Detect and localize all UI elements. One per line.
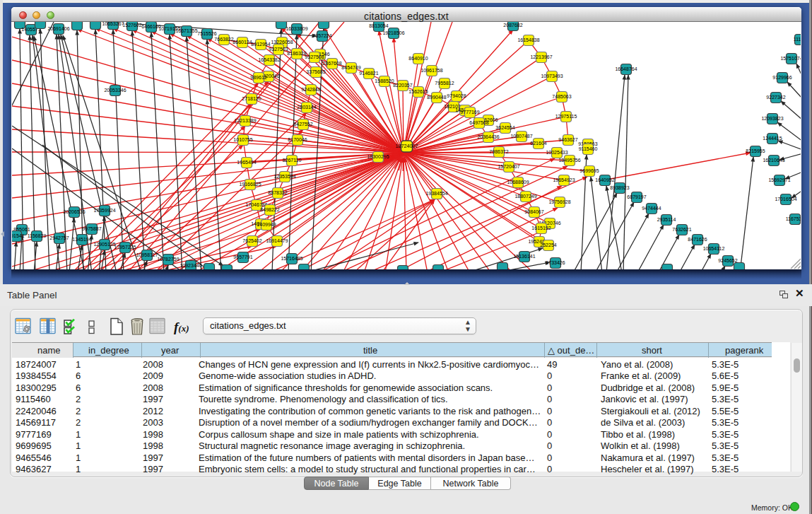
svg-text:19218506: 19218506 bbox=[382, 30, 404, 35]
svg-text:9245652: 9245652 bbox=[718, 258, 737, 263]
svg-text:989612: 989612 bbox=[250, 75, 266, 80]
svg-text:1156829: 1156829 bbox=[28, 233, 47, 238]
svg-text:20053346: 20053346 bbox=[104, 88, 126, 93]
svg-text:8938923: 8938923 bbox=[610, 185, 629, 190]
svg-text:9327508: 9327508 bbox=[305, 54, 324, 59]
svg-text:2718120: 2718120 bbox=[242, 96, 261, 101]
svg-text:9146821: 9146821 bbox=[359, 71, 378, 76]
svg-text:10958117: 10958117 bbox=[136, 252, 158, 257]
svg-text:391541: 391541 bbox=[12, 233, 25, 238]
svg-text:12905135: 12905135 bbox=[93, 242, 115, 247]
svg-text:10688609: 10688609 bbox=[507, 180, 529, 185]
svg-text:9699695: 9699695 bbox=[579, 168, 599, 173]
svg-text:1965494: 1965494 bbox=[237, 160, 256, 165]
svg-text:2803144: 2803144 bbox=[297, 105, 316, 110]
svg-text:8471626: 8471626 bbox=[688, 237, 707, 242]
svg-text:9242848: 9242848 bbox=[301, 87, 320, 92]
svg-text:9227342: 9227342 bbox=[766, 95, 785, 100]
svg-text:9084067: 9084067 bbox=[524, 209, 543, 214]
svg-text:9474444: 9474444 bbox=[642, 206, 661, 211]
svg-text:10923446: 10923446 bbox=[180, 263, 201, 268]
svg-text:6497568: 6497568 bbox=[469, 120, 488, 125]
svg-text:19384554: 19384554 bbox=[425, 191, 447, 196]
svg-text:8660124: 8660124 bbox=[233, 40, 252, 45]
svg-text:12975115: 12975115 bbox=[555, 114, 577, 119]
svg-text:7663822: 7663822 bbox=[214, 37, 233, 42]
svg-text:7515526: 7515526 bbox=[197, 31, 216, 36]
svg-text:1244415: 1244415 bbox=[763, 136, 782, 141]
svg-text:3624554: 3624554 bbox=[495, 125, 514, 130]
svg-text:8170046: 8170046 bbox=[288, 137, 307, 142]
svg-text:1010755: 1010755 bbox=[233, 137, 252, 142]
svg-text:7955812: 7955812 bbox=[435, 81, 454, 86]
svg-text:6879197: 6879197 bbox=[627, 194, 646, 199]
svg-text:16543382: 16543382 bbox=[258, 57, 280, 62]
svg-text:9777169: 9777169 bbox=[460, 110, 479, 115]
svg-text:8186328: 8186328 bbox=[287, 51, 306, 56]
svg-text:8220357: 8220357 bbox=[393, 83, 412, 88]
svg-text:9129966: 9129966 bbox=[772, 75, 792, 80]
svg-text:2942757: 2942757 bbox=[49, 235, 69, 240]
svg-text:17957225: 17957225 bbox=[114, 245, 136, 250]
svg-text:2935114: 2935114 bbox=[657, 217, 676, 222]
svg-text:8427552: 8427552 bbox=[293, 122, 312, 127]
svg-text:11123: 11123 bbox=[794, 37, 801, 42]
svg-text:16914479: 16914479 bbox=[266, 238, 288, 243]
svg-text:8990448: 8990448 bbox=[427, 95, 446, 100]
svg-text:1345194: 1345194 bbox=[72, 237, 91, 242]
svg-text:19166825: 19166825 bbox=[239, 182, 261, 187]
svg-text:18495756: 18495756 bbox=[558, 158, 580, 163]
svg-text:621604: 621604 bbox=[530, 141, 546, 146]
svg-text:10961758: 10961758 bbox=[420, 68, 442, 73]
svg-text:9463627: 9463627 bbox=[558, 137, 577, 142]
svg-text:8498222: 8498222 bbox=[260, 207, 279, 212]
svg-text:7357224: 7357224 bbox=[312, 33, 331, 38]
svg-text:20691406: 20691406 bbox=[47, 26, 69, 31]
svg-text:20364436: 20364436 bbox=[477, 134, 499, 139]
svg-text:8878332: 8878332 bbox=[268, 190, 287, 195]
svg-text:9327503: 9327503 bbox=[269, 47, 288, 52]
svg-text:19654923: 19654923 bbox=[553, 177, 575, 182]
svg-text:17016504: 17016504 bbox=[775, 197, 796, 201]
svg-text:252254: 252254 bbox=[540, 243, 556, 247]
svg-text:12093823: 12093823 bbox=[761, 116, 783, 121]
svg-text:7485063: 7485063 bbox=[552, 94, 571, 99]
svg-text:15716485: 15716485 bbox=[281, 256, 302, 261]
svg-text:15751074: 15751074 bbox=[780, 56, 801, 61]
svg-text:16033809: 16033809 bbox=[286, 26, 307, 31]
svg-text:10653267: 10653267 bbox=[102, 22, 124, 26]
svg-text:8454749: 8454749 bbox=[341, 65, 360, 70]
svg-text:3375685: 3375685 bbox=[306, 69, 325, 74]
svg-text:2867608: 2867608 bbox=[322, 61, 341, 66]
svg-text:16782759: 16782759 bbox=[157, 257, 179, 262]
svg-text:1733426: 1733426 bbox=[546, 260, 565, 265]
svg-text:20206536: 20206536 bbox=[63, 209, 85, 214]
svg-text:8215955: 8215955 bbox=[746, 148, 765, 153]
svg-text:1588520: 1588520 bbox=[375, 78, 394, 83]
svg-text:1615192: 1615192 bbox=[531, 226, 551, 230]
svg-text:8813054: 8813054 bbox=[369, 23, 388, 28]
svg-text:9115460: 9115460 bbox=[579, 146, 598, 151]
svg-text:10025433: 10025433 bbox=[546, 150, 567, 155]
svg-text:2087682: 2087682 bbox=[503, 23, 522, 28]
svg-text:17359924: 17359924 bbox=[93, 208, 115, 213]
svg-text:16154838: 16154838 bbox=[517, 37, 539, 42]
svg-text:8912954: 8912954 bbox=[251, 42, 270, 47]
svg-text:15720407: 15720407 bbox=[498, 164, 519, 169]
svg-text:10654112: 10654112 bbox=[703, 246, 725, 251]
svg-text:12213967: 12213967 bbox=[530, 54, 552, 59]
svg-text:8267110: 8267110 bbox=[283, 158, 302, 163]
svg-text:9794028: 9794028 bbox=[447, 93, 466, 98]
svg-text:9975887: 9975887 bbox=[82, 226, 101, 231]
svg-text:1409949: 1409949 bbox=[257, 222, 276, 227]
svg-text:9657791: 9657791 bbox=[233, 255, 252, 259]
svg-text:12353594: 12353594 bbox=[273, 174, 295, 179]
svg-text:16210643: 16210643 bbox=[763, 158, 784, 163]
svg-text:15136141: 15136141 bbox=[513, 254, 535, 259]
svg-text:7625402: 7625402 bbox=[242, 238, 261, 243]
svg-text:15692971: 15692971 bbox=[768, 177, 790, 182]
svg-text:16648764: 16648764 bbox=[615, 66, 637, 71]
svg-text:1562615: 1562615 bbox=[408, 89, 428, 94]
svg-text:7986372: 7986372 bbox=[489, 149, 508, 154]
svg-text:1640952: 1640952 bbox=[595, 177, 614, 182]
